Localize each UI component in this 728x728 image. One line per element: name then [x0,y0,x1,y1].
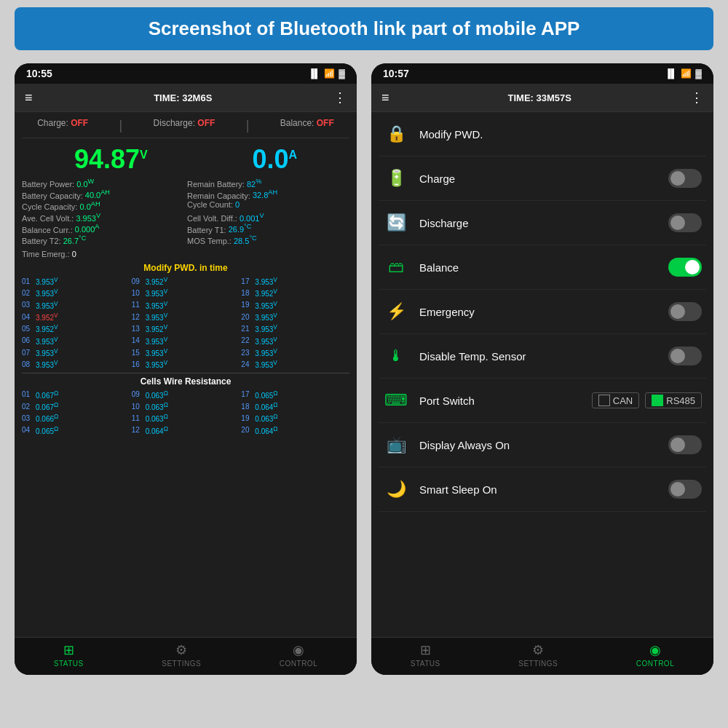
nav-left-status[interactable]: ⊞ STATUS [54,642,84,668]
resist-10: 100.063Ω [132,401,240,411]
emergency-icon: ⚡ [387,302,406,321]
nav-control-label: CONTROL [280,660,317,668]
balance-toggle[interactable] [668,258,702,277]
left-time: 10:55 [26,68,52,79]
right-menu-button[interactable]: ≡ [381,90,389,106]
resist-02: 020.067Ω [22,401,130,411]
keyboard-icon: ⌨ [384,391,408,410]
nav-left-settings[interactable]: ⚙ SETTINGS [162,642,201,668]
left-content: Charge: OFF | Discharge: OFF | Balance: … [15,112,357,637]
left-statusbar: 10:55 ▐▌ 📶 ▓ [15,63,357,84]
nav-settings-label: SETTINGS [162,660,201,668]
left-more-button[interactable]: ⋮ [333,90,347,106]
thermometer-icon: 🌡 [388,347,404,365]
cell-08: 083.953V [22,359,130,369]
right-more-button[interactable]: ⋮ [690,90,703,106]
can-option[interactable]: CAN [592,392,639,408]
right-time: 10:57 [383,68,409,79]
metric-cycle-cap: Cycle Capacity: 0.0AH [22,200,184,211]
ctrl-modify-pwd[interactable]: 🔒 Modify PWD. [379,112,706,157]
discharge-icon: 🔄 [387,213,406,232]
temp-icon-wrap: 🌡 [383,343,409,369]
modify-pwd-label: Modify PWD. [419,128,702,141]
ctrl-disable-temp: 🌡 Disable Temp. Sensor [379,334,706,379]
resist-03: 030.066Ω [22,413,130,423]
resist-grid: 010.067Ω 090.063Ω 170.065Ω 020.067Ω 100.… [22,389,349,435]
port-switch-label: Port Switch [419,395,582,407]
cell-05: 053.952V [22,323,130,333]
nav-left-control[interactable]: ◉ CONTROL [280,642,317,668]
metric-battery-power: Battery Power: 0.0W [22,178,184,189]
right-status-icons: ▐▌ 📶 ▓ [665,68,702,79]
resistance-title: Cells Wire Resistance [22,373,349,387]
cell-15: 153.953V [132,347,240,357]
wifi-icon: 📶 [324,68,335,79]
balance-status: Balance: OFF [280,118,334,133]
charge-status: Charge: OFF [37,118,88,133]
lock-icon: 🔒 [387,124,406,143]
metric-batt-t2: Battery T2: 26.7°C [22,234,184,245]
nav-right-control[interactable]: ◉ CONTROL [636,642,674,668]
left-toolbar: ≡ TIME: 32M6S ⋮ [15,84,357,112]
right-status-icon: ⊞ [420,642,431,658]
cell-13: 133.952V [132,323,240,333]
nav-right-settings[interactable]: ⚙ SETTINGS [518,642,558,668]
balance-icon: 🗃 [388,258,404,277]
resist-11: 110.063Ω [132,413,240,423]
discharge-icon-wrap: 🔄 [383,210,409,236]
emergency-label: Emergency [419,306,658,318]
big-values-row: 94.87V 0.0A [22,144,349,175]
resist-18: 180.064Ω [241,401,349,411]
discharge-label: Discharge [419,217,658,229]
charge-icon: 🔋 [387,169,406,188]
modify-pwd-icon-wrap: 🔒 [383,121,409,147]
emergency-toggle[interactable] [668,302,702,321]
charge-toggle[interactable] [668,169,702,188]
right-signal-icon: ▐▌ [665,68,677,79]
battery-icon: ▓ [339,68,345,79]
status-icon: ⊞ [63,642,74,658]
ctrl-display-always: 📺 Display Always On [379,423,706,467]
cell-11: 113.953V [132,300,240,310]
cell-20: 203.953V [241,312,349,322]
cell-19: 193.953V [241,300,349,310]
discharge-toggle[interactable] [668,213,702,232]
ctrl-emergency: ⚡ Emergency [379,290,706,334]
phone-right: 10:57 ▐▌ 📶 ▓ ≡ TIME: 33M57S ⋮ [371,63,713,675]
metric-balance-curr: Balance Curr.: 0.000A [22,223,184,234]
nav-right-control-label: CONTROL [636,660,674,668]
settings-icon: ⚙ [175,642,187,658]
left-bottom-nav: ⊞ STATUS ⚙ SETTINGS ◉ CONTROL [15,637,357,675]
phone-left: 10:55 ▐▌ 📶 ▓ ≡ TIME: 32M6S ⋮ Charge: OFF… [15,63,357,675]
right-toolbar-title: TIME: 33M57S [508,92,571,103]
display-toggle[interactable] [668,435,702,454]
charge-label: Charge [419,173,658,185]
resist-09: 090.063Ω [132,389,240,400]
nav-status-label: STATUS [54,660,84,668]
cell-18: 183.952V [241,288,349,298]
nav-right-settings-label: SETTINGS [518,660,558,668]
rs485-checkbox[interactable] [652,395,663,406]
left-menu-button[interactable]: ≡ [25,90,33,106]
can-checkbox[interactable] [598,395,610,406]
metric-ave-volt: Ave. Cell Volt.: 3.953V [22,212,184,223]
left-status-icons: ▐▌ 📶 ▓ [308,68,345,79]
port-icon-wrap: ⌨ [383,387,409,414]
metric-remain-battery: Remain Battery: 82% [187,178,349,189]
ctrl-port-switch: ⌨ Port Switch CAN RS485 [379,379,706,423]
sleep-toggle[interactable] [668,480,702,499]
cell-06: 063.953V [22,336,130,346]
signal-icon: ▐▌ [308,68,320,79]
nav-right-status[interactable]: ⊞ STATUS [411,642,440,668]
discharge-status: Discharge: OFF [154,118,215,133]
rs485-option[interactable]: RS485 [645,392,702,408]
cell-12: 123.953V [132,312,240,322]
temp-toggle[interactable] [668,347,702,365]
metric-battery-cap: Battery Capacity: 40.0AH [22,189,184,200]
right-battery-icon: ▓ [695,68,702,79]
metric-cell-diff: Cell Volt. Diff.: 0.001V [187,212,349,223]
left-toolbar-title: TIME: 32M6S [154,92,212,103]
header-banner: Screenshot of Bluetooth link part of mob… [15,7,713,50]
metrics-grid: Battery Power: 0.0W Remain Battery: 82% … [22,178,349,245]
metric-cycle-count: Cycle Count: 0 [187,200,349,211]
